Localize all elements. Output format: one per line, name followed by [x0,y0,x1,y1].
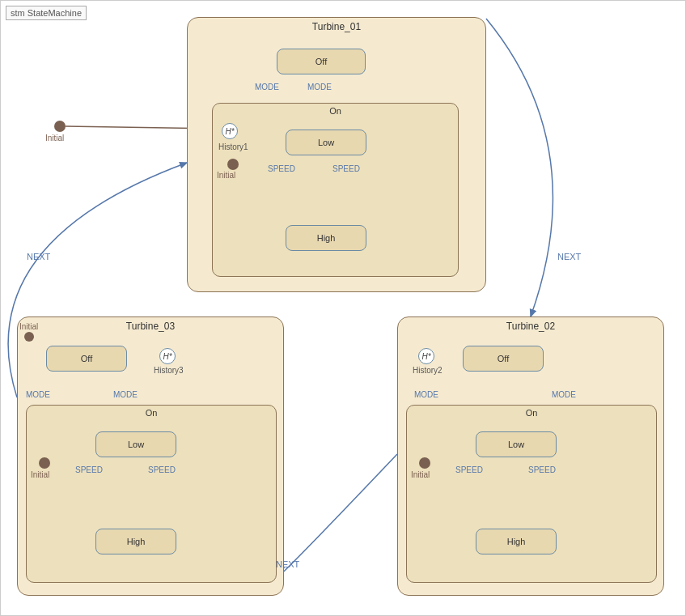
turbine02-off-state: Off [463,346,544,372]
turbine01-on-title: On [213,104,458,117]
turbine02-on-initial-label: Initial [411,470,430,479]
turbine03-box: Turbine_03 Off H* History3 Initial MODE … [17,316,284,596]
turbine03-off-state: Off [46,346,127,372]
turbine03-mode-up-label: MODE [113,390,138,399]
turbine02-speed-down-label: SPEED [455,465,483,474]
turbine01-box: Turbine_01 Off MODE MODE On Low SPEED SP… [187,17,486,292]
next-left-label: NEXT [27,252,50,261]
turbine03-history: H* [159,348,176,364]
turbine02-on-box: On Low SPEED SPEED High Initial [406,405,657,583]
turbine03-on-initial [39,457,50,469]
turbine03-high-state: High [95,529,176,554]
turbine01-on-box: On Low SPEED SPEED High Initial [212,103,459,277]
turbine02-history: H* [418,348,434,364]
turbine02-box: Turbine_02 Off H* History2 MODE MODE On … [397,316,664,596]
turbine01-speed-down-label: SPEED [268,164,295,173]
next-bottom-label: NEXT [276,559,299,569]
turbine03-speed-down-label: SPEED [75,465,103,474]
global-initial-label: Initial [45,134,64,142]
next-right-label: NEXT [557,252,581,261]
turbine01-low-state: Low [286,130,366,155]
turbine03-title: Turbine_03 [18,317,283,333]
turbine03-speed-up-label: SPEED [148,465,176,474]
turbine03-outer-initial [24,332,34,342]
turbine03-outer-initial-label: Initial [19,322,38,331]
turbine01-history: H* [222,123,238,139]
turbine03-on-initial-label: Initial [31,470,49,479]
turbine02-on-initial [419,457,430,469]
turbine02-high-state: High [476,529,557,554]
global-initial-circle [54,121,66,132]
turbine02-history-label: History2 [413,366,443,375]
turbine01-speed-up-label: SPEED [332,164,360,173]
turbine03-on-box: On Low SPEED SPEED High Initial [26,405,277,583]
turbine02-on-title: On [407,406,656,418]
turbine01-title: Turbine_01 [188,18,485,34]
turbine01-on-initial-label: Initial [217,171,235,180]
turbine03-history-label: History3 [154,366,184,375]
turbine01-on-initial [227,159,239,170]
turbine03-low-state: Low [95,431,176,457]
turbine02-mode-up-label: MODE [552,390,576,399]
diagram-title: stm StateMachine [6,6,87,20]
turbine03-on-title: On [27,406,276,418]
turbine01-mode-up-label: MODE [307,83,332,91]
turbine02-mode-down-label: MODE [414,390,438,399]
turbine02-low-state: Low [476,431,557,457]
turbine01-high-state: High [286,225,366,251]
turbine01-history-label: History1 [218,142,248,151]
turbine03-mode-down-label: MODE [26,390,50,399]
turbine02-title: Turbine_02 [398,317,663,333]
turbine01-off-state: Off [277,49,366,74]
turbine01-mode-down-label: MODE [255,83,279,91]
diagram-container: stm StateMachine [0,0,686,616]
turbine02-speed-up-label: SPEED [528,465,556,474]
